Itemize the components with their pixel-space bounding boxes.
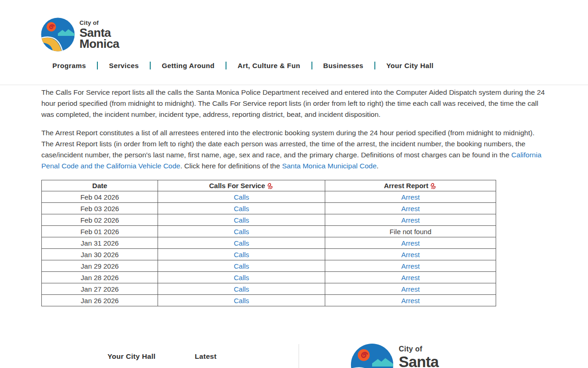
date-cell: Jan 28 2026 [42, 272, 158, 283]
svg-text:PDF: PDF [268, 187, 272, 190]
table-row: Jan 29 2026 Calls Arrest [42, 260, 496, 272]
arrest-link[interactable]: Arrest [401, 297, 420, 305]
footer-divider [299, 344, 299, 368]
nav-separator [97, 62, 98, 69]
pdf-icon: PDF [267, 182, 274, 190]
page: City of Santa Monica Programs Services G… [0, 0, 588, 368]
santa-monica-logo-icon [350, 343, 394, 368]
date-cell: Jan 29 2026 [42, 260, 158, 272]
santa-monica-logo-icon [40, 17, 75, 52]
nav-item-programs[interactable]: Programs [52, 62, 86, 69]
arrest-link[interactable]: Arrest [401, 239, 420, 247]
footer-heading-latest[interactable]: Latest [195, 352, 216, 361]
table-row: Feb 02 2026 Calls Arrest [42, 214, 496, 226]
column-header-calls: Calls For Service PDF [158, 180, 325, 191]
calls-link[interactable]: Calls [234, 262, 249, 270]
footer-logo-text: City of Santa Monica [399, 343, 449, 368]
arrest-link[interactable]: Arrest [401, 262, 420, 270]
column-header-date: Date [42, 180, 158, 191]
arrest-link[interactable]: Arrest [401, 216, 420, 224]
table-row: Jan 30 2026 Calls Arrest [42, 249, 496, 260]
pdf-icon: PDF [430, 182, 437, 190]
table-row: Feb 04 2026 Calls Arrest [42, 191, 496, 203]
paragraph-text: . [377, 162, 379, 170]
table-row: Jan 27 2026 Calls Arrest [42, 283, 496, 295]
date-cell: Feb 03 2026 [42, 203, 158, 214]
nav-item-your-city-hall[interactable]: Your City Hall [386, 62, 434, 69]
calls-link[interactable]: Calls [234, 251, 249, 259]
arrest-link[interactable]: Arrest [401, 251, 420, 259]
paragraph-text: . Click here for definitions of the [180, 162, 282, 170]
table-row: Feb 01 2026 Calls File not found [42, 226, 496, 237]
arrest-link[interactable]: Arrest [401, 274, 420, 282]
arrest-link[interactable]: Arrest [401, 285, 420, 293]
site-logo-text: City of Santa Monica [79, 20, 119, 49]
footer-heading-your-city-hall[interactable]: Your City Hall [107, 352, 156, 361]
date-cell: Jan 26 2026 [42, 295, 158, 306]
date-cell: Jan 27 2026 [42, 283, 158, 295]
svg-text:PDF: PDF [431, 187, 435, 190]
date-cell: Jan 31 2026 [42, 237, 158, 249]
nav-item-getting-around[interactable]: Getting Around [162, 62, 215, 69]
calls-link[interactable]: Calls [234, 193, 249, 201]
date-cell: Feb 01 2026 [42, 226, 158, 237]
calls-link[interactable]: Calls [234, 239, 249, 247]
main-content: The Calls For Service report lists all t… [41, 86, 547, 306]
nav-separator [226, 62, 226, 69]
file-not-found-text: File not found [390, 228, 431, 236]
calls-link[interactable]: Calls [234, 216, 249, 224]
site-header: City of Santa Monica Programs Services G… [0, 0, 588, 85]
municipal-code-link[interactable]: Santa Monica Municipal Code [282, 162, 377, 170]
arrest-report-description: The Arrest Report constitutes a list of … [41, 127, 547, 172]
calls-link[interactable]: Calls [234, 228, 249, 236]
nav-separator [150, 62, 151, 69]
calls-link[interactable]: Calls [234, 205, 249, 213]
table-header-row: Date Calls For Service PDF Arrest Rep [42, 180, 496, 191]
column-header-arrest: Arrest Report PDF [325, 180, 496, 191]
paragraph-text: The Arrest Report constitutes a list of … [41, 129, 535, 159]
date-cell: Jan 30 2026 [42, 249, 158, 260]
reports-table: Date Calls For Service PDF Arrest Rep [41, 180, 496, 306]
site-logo[interactable]: City of Santa Monica [40, 17, 119, 52]
arrest-link[interactable]: Arrest [401, 193, 420, 201]
nav-item-businesses[interactable]: Businesses [323, 62, 363, 69]
calls-link[interactable]: Calls [234, 274, 249, 282]
nav-separator [311, 62, 312, 69]
table-row: Feb 03 2026 Calls Arrest [42, 203, 496, 214]
nav-item-art-culture-fun[interactable]: Art, Culture & Fun [237, 62, 300, 69]
calls-link[interactable]: Calls [234, 285, 249, 293]
nav-separator [374, 62, 375, 69]
date-cell: Feb 04 2026 [42, 191, 158, 203]
calls-link[interactable]: Calls [234, 297, 249, 305]
date-cell: Feb 02 2026 [42, 214, 158, 226]
table-row: Jan 26 2026 Calls Arrest [42, 295, 496, 306]
table-row: Jan 28 2026 Calls Arrest [42, 272, 496, 283]
nav-item-services[interactable]: Services [109, 62, 139, 69]
calls-for-service-description: The Calls For Service report lists all t… [41, 87, 547, 120]
footer-logo[interactable]: City of Santa Monica [350, 343, 449, 368]
table-row: Jan 31 2026 Calls Arrest [42, 237, 496, 249]
arrest-link[interactable]: Arrest [401, 205, 420, 213]
main-nav: Programs Services Getting Around Art, Cu… [52, 62, 434, 69]
